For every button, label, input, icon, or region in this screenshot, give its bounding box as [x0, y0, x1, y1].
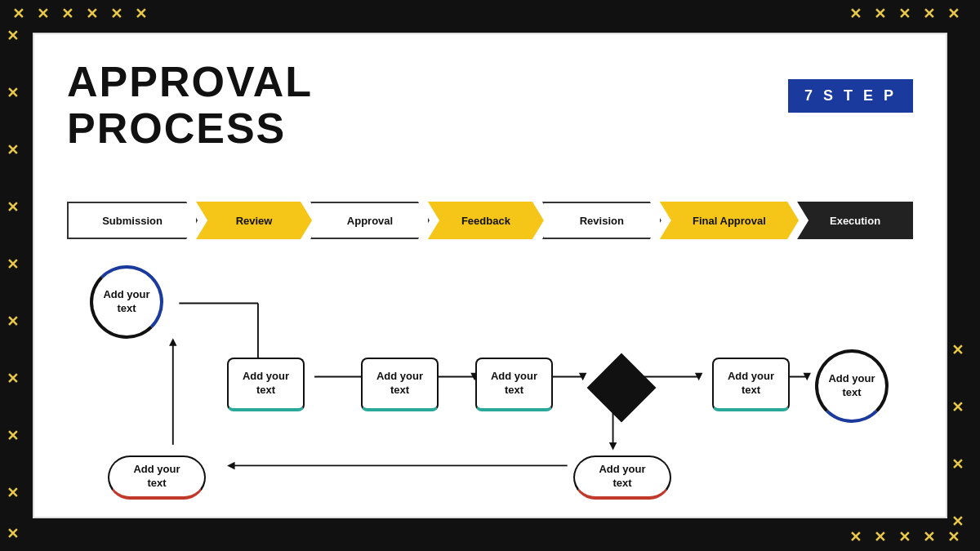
rect1-label: Add yourtext	[243, 370, 289, 398]
deco-x-r2: ✕	[951, 400, 964, 415]
step-final-approval: Final Approval	[660, 202, 799, 239]
deco-x-l3: ✕	[7, 143, 19, 158]
deco-x-l1: ✕	[7, 29, 19, 43]
step-feedback-label: Feedback	[461, 215, 510, 227]
steps-bar: Submission Review Approval Feedback Revi…	[67, 202, 913, 239]
svg-marker-18	[169, 338, 176, 345]
shape-diamond-wrapper	[589, 355, 654, 420]
svg-marker-10	[695, 373, 702, 380]
step-review: Review	[196, 202, 312, 239]
step-feedback: Feedback	[428, 202, 544, 239]
title-line2: PROCESS	[67, 105, 313, 152]
step-revision: Revision	[542, 202, 662, 239]
oval1-label: Add yourtext	[133, 463, 180, 491]
shape-rect4: Add yourtext	[712, 358, 790, 411]
deco-x-t3: ✕	[898, 7, 911, 21]
step-submission: Submission	[67, 202, 198, 239]
deco-x-1: ✕	[12, 7, 24, 21]
deco-x-l10: ✕	[7, 527, 19, 541]
step-revision-label: Revision	[580, 215, 624, 227]
svg-marker-12	[803, 373, 810, 380]
step-execution: Execution	[797, 202, 913, 239]
rect2-label: Add yourtext	[376, 370, 423, 398]
svg-marker-16	[227, 462, 234, 469]
shape-rect2: Add yourtext	[361, 358, 439, 411]
rect4-label: Add yourtext	[728, 370, 774, 398]
step-approval-label: Approval	[347, 215, 393, 227]
step-review-label: Review	[236, 215, 273, 227]
deco-x-l7: ✕	[7, 371, 19, 386]
deco-x-r3: ✕	[951, 457, 964, 472]
shape-circle1: Add yourtext	[90, 265, 163, 339]
deco-x-l9: ✕	[7, 486, 19, 500]
svg-marker-8	[579, 373, 586, 380]
step-execution-label: Execution	[830, 215, 880, 227]
circle1-label: Add yourtext	[103, 288, 149, 316]
slide: APPROVAL PROCESS 7 S T E P Submission Re…	[33, 33, 947, 518]
flowchart: Add yourtext Add yourtext Add yourtext A…	[67, 253, 913, 500]
step-badge: 7 S T E P	[788, 79, 913, 113]
title-line1: APPROVAL	[67, 59, 313, 105]
deco-x-t5: ✕	[947, 7, 960, 21]
shape-oval2: Add yourtext	[573, 455, 671, 500]
shape-diamond	[587, 353, 657, 423]
shape-rect3: Add yourtext	[475, 358, 553, 411]
deco-x-3: ✕	[61, 7, 74, 21]
deco-x-5: ✕	[110, 7, 122, 21]
deco-x-t2: ✕	[874, 7, 886, 21]
svg-marker-14	[609, 442, 617, 450]
deco-x-t1: ✕	[849, 7, 862, 21]
deco-x-b4: ✕	[923, 530, 935, 544]
deco-x-l4: ✕	[7, 200, 19, 215]
shape-rect1: Add yourtext	[227, 358, 305, 411]
circle2-label: Add yourtext	[828, 372, 875, 400]
deco-x-6: ✕	[135, 7, 147, 21]
deco-x-l6: ✕	[7, 314, 19, 329]
deco-x-l2: ✕	[7, 86, 19, 100]
deco-x-b1: ✕	[849, 530, 862, 544]
deco-x-b2: ✕	[874, 530, 886, 544]
shape-circle2: Add yourtext	[815, 349, 889, 423]
step-approval: Approval	[310, 202, 430, 239]
deco-x-2: ✕	[37, 7, 49, 21]
title-block: APPROVAL PROCESS	[67, 59, 313, 152]
step-submission-label: Submission	[102, 215, 163, 227]
deco-x-4: ✕	[86, 7, 98, 21]
deco-x-l5: ✕	[7, 257, 19, 272]
oval2-label: Add yourtext	[599, 463, 645, 491]
deco-x-b5: ✕	[947, 530, 960, 544]
deco-x-b3: ✕	[898, 530, 911, 544]
deco-x-t4: ✕	[923, 7, 935, 21]
deco-x-r4: ✕	[951, 514, 964, 529]
step-final-approval-label: Final Approval	[693, 215, 766, 227]
deco-x-r1: ✕	[951, 343, 964, 358]
shape-oval1: Add yourtext	[108, 455, 206, 500]
rect3-label: Add yourtext	[491, 370, 537, 398]
deco-x-l8: ✕	[7, 429, 19, 443]
